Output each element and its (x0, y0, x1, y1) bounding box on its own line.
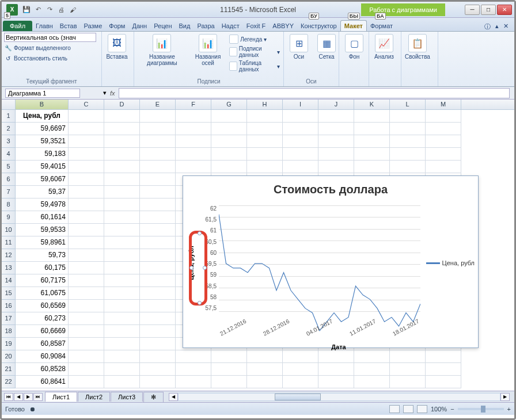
reset-style-icon: ↺ (4, 54, 12, 62)
table-row[interactable]: 259,6697 (2, 123, 514, 135)
horizontal-scrollbar[interactable]: ◀▶ (169, 393, 510, 401)
tab-design[interactable]: КонструкторБУ (297, 21, 340, 31)
axis-titles-icon: 📊 (199, 34, 217, 52)
data-labels-button[interactable]: Подписи данных ▾ (228, 45, 281, 59)
sheet-tab-bar: ⏮ ◀ ▶ ⏭ Лист1 Лист2 Лист3 ✻ ◀▶ (2, 391, 514, 402)
chart-legend[interactable]: Цена, рубл (426, 259, 475, 266)
sheet-nav-last[interactable]: ⏭ (33, 393, 43, 401)
col-header-I[interactable]: I (283, 100, 318, 109)
insert-button[interactable]: 🖼Вставка (104, 33, 130, 61)
col-header-B[interactable]: B (16, 100, 69, 109)
minimize-button[interactable]: ─ (465, 5, 480, 15)
new-sheet-button[interactable]: ✻ (143, 392, 164, 402)
col-header-K[interactable]: K (354, 100, 390, 109)
table-row[interactable]: 359,3521 (2, 135, 514, 148)
name-box[interactable]: Диаграмма 1 (5, 89, 80, 98)
data-table-button[interactable]: Таблица данных ▾ (228, 59, 281, 73)
sheet-nav-prev[interactable]: ◀ (14, 393, 23, 401)
worksheet-grid[interactable]: B C D E F G H I J K L M 1Цена, рубл259,6… (2, 100, 514, 391)
background-icon: ▢ (345, 34, 363, 52)
formula-input[interactable] (119, 88, 510, 98)
tab-developer[interactable]: Разра (193, 21, 218, 31)
zoom-out-button[interactable]: − (450, 406, 454, 413)
legend-icon (229, 35, 238, 44)
reset-style-button[interactable]: ↺Восстановить стиль (4, 54, 67, 63)
tab-file[interactable]: Файл (3, 21, 32, 31)
fx-icon[interactable]: fx (107, 90, 119, 97)
x-axis-title[interactable]: Дата (331, 343, 346, 350)
zoom-slider[interactable] (458, 408, 504, 410)
table-row[interactable]: 459,183 (2, 148, 514, 161)
qat-undo-icon[interactable]: ↶2 (33, 5, 43, 15)
chart-element-selector[interactable]: Вертикальная ось (знач (4, 33, 96, 42)
plot-area[interactable]: 6261,56160,56059,55958,55857,5 21.12.201… (199, 200, 478, 326)
zoom-level[interactable]: 100% (431, 406, 447, 413)
col-header-C[interactable]: C (69, 100, 104, 109)
y-axis-title[interactable]: Цена, рубл (183, 200, 199, 326)
tab-layout[interactable]: МакетБЫ (340, 20, 367, 31)
col-header-E[interactable]: E (140, 100, 176, 109)
tab-insert[interactable]: Встав (56, 21, 81, 31)
format-selection-button[interactable]: 🔧Формат выделенного (4, 43, 71, 52)
close-button[interactable]: ✕ (497, 5, 512, 15)
column-headers: B C D E F G H I J K L M (2, 100, 514, 110)
legend-button[interactable]: Легенда ▾ (228, 34, 281, 44)
axes-button[interactable]: ⊞Оси (286, 33, 312, 61)
macro-record-icon[interactable]: ⏺ (29, 406, 36, 413)
qat-redo-icon[interactable]: ↷3 (44, 5, 55, 15)
view-normal-button[interactable] (389, 405, 400, 413)
tab-format[interactable]: ФорматБА (367, 21, 396, 31)
axes-icon: ⊞ (290, 34, 308, 52)
background-button[interactable]: ▢Фон (342, 33, 367, 61)
sheet-tab-1[interactable]: Лист1 (45, 392, 77, 402)
col-header-F[interactable]: F (176, 100, 211, 109)
tab-data[interactable]: Данн (128, 21, 150, 31)
tab-view[interactable]: Вид (176, 21, 194, 31)
view-pagebreak-button[interactable] (417, 405, 427, 413)
title-bar: X 💾1 ↶2 ↷3 🖨4 🖌5 111545 - Microsoft Exce… (2, 2, 514, 18)
help-icon[interactable]: ⓘ (484, 22, 491, 31)
chart-line (219, 205, 420, 391)
col-header-D[interactable]: D (104, 100, 140, 109)
sheet-tab-2[interactable]: Лист2 (78, 392, 110, 402)
minimize-ribbon-icon[interactable]: ▴ (495, 22, 499, 31)
format-selection-icon: 🔧 (4, 44, 12, 52)
col-header-J[interactable]: J (318, 100, 354, 109)
zoom-in-button[interactable]: + (507, 406, 511, 413)
ribbon: Вертикальная ось (знач 🔧Формат выделенно… (2, 32, 514, 87)
gridlines-button[interactable]: ▦Сетка (314, 33, 339, 61)
sheet-nav-next[interactable]: ▶ (24, 393, 33, 401)
col-header-M[interactable]: M (426, 100, 461, 109)
tab-home[interactable]: Главн (32, 21, 56, 31)
tab-review[interactable]: Рецен (150, 21, 175, 31)
tab-abbyy[interactable]: ABBYY (269, 21, 297, 31)
qat-save-icon[interactable]: 💾1 (21, 5, 32, 15)
doc-close-icon[interactable]: ✕ (503, 22, 509, 31)
tab-addins[interactable]: Надст (218, 21, 243, 31)
table-row[interactable]: 559,4015 (2, 161, 514, 173)
tab-pagelayout[interactable]: Разме (81, 21, 106, 31)
properties-button[interactable]: 📋Свойства (404, 33, 431, 61)
properties-icon: 📋 (408, 34, 427, 52)
chart-title[interactable]: Стоимость доллара (183, 176, 478, 200)
tab-foxit[interactable]: Foxit F (243, 21, 270, 31)
select-all-corner[interactable] (2, 100, 16, 109)
qat-btn4-icon[interactable]: 🖨4 (56, 5, 66, 15)
window-title: 111545 - Microsoft Excel (220, 6, 296, 14)
qat-btn5-icon[interactable]: 🖌5 (67, 5, 78, 15)
y-axis-ticks: 6261,56160,56059,55958,55857,5 (199, 205, 217, 311)
analysis-icon: 📈 (375, 34, 393, 52)
sheet-nav-first[interactable]: ⏮ (4, 393, 13, 401)
view-pagelayout-button[interactable] (403, 405, 413, 413)
col-header-L[interactable]: L (390, 100, 426, 109)
col-header-G[interactable]: G (211, 100, 247, 109)
maximize-button[interactable]: □ (481, 5, 496, 15)
chart-object[interactable]: Стоимость доллара Цена, рубл 6261,56160,… (183, 175, 479, 348)
analysis-button[interactable]: 📈Анализ (371, 33, 397, 61)
sheet-tab-3[interactable]: Лист3 (111, 392, 143, 402)
chart-title-button[interactable]: 📊Название диаграммы (136, 33, 188, 67)
axis-titles-button[interactable]: 📊Названия осей (190, 33, 226, 67)
tab-formulas[interactable]: Форм (105, 21, 128, 31)
group-label-current-selection: Текущий фрагмент (4, 78, 99, 85)
col-header-H[interactable]: H (247, 100, 283, 109)
